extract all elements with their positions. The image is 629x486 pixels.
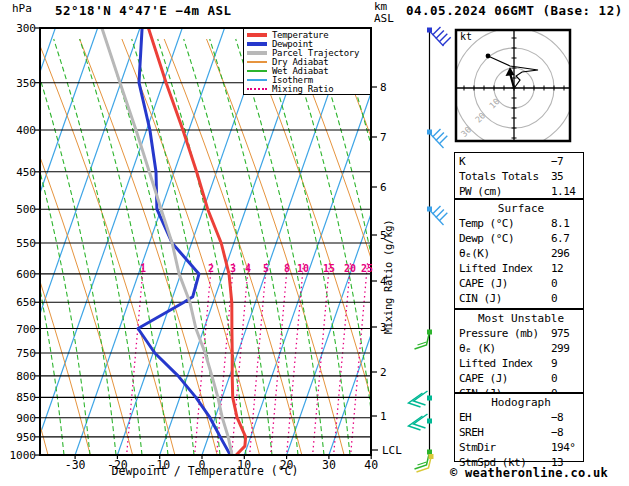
legend-label: Isotherm	[272, 76, 313, 84]
copyright-footer: © weatheronline.co.uk	[450, 466, 608, 480]
most-unstable-panel: Most UnstablePressure (mb)975θₑ (K)299Li…	[454, 309, 584, 393]
barb-feather	[436, 30, 444, 38]
legend-swatch-mixing-ratio	[247, 88, 267, 90]
panel-row: SREH−8	[459, 425, 583, 440]
panel-row: Lifted Index9	[459, 356, 583, 371]
wind-barb	[427, 27, 451, 46]
panel-row-label: Lifted Index	[459, 357, 532, 370]
panel-row-value: 12	[551, 261, 563, 276]
mixing-ratio-label: 1	[140, 263, 146, 274]
panel-row-label: Temp (°C)	[459, 217, 514, 230]
panel-row-value: −8	[551, 425, 563, 440]
lcl-label: LCL	[382, 444, 402, 457]
barb-feather	[433, 27, 441, 35]
mixing-ratio-label: 5	[263, 263, 269, 274]
km-tick-label: 7	[380, 131, 387, 144]
hodograph-trace-endpoint	[486, 54, 491, 59]
wind-barb	[415, 450, 434, 473]
temp-tick-label: -30	[65, 458, 86, 472]
barb-feather	[433, 129, 441, 137]
legend-label: Dewpoint	[272, 40, 313, 48]
panel-row: EH−8	[459, 410, 583, 425]
x-axis-title: Dewpoint / Temperature (°C)	[112, 464, 299, 478]
pressure-tick-label: 850	[0, 391, 36, 404]
pressure-tick-label: 750	[0, 347, 36, 360]
barb-hook	[415, 332, 430, 349]
panel-row-value: 0	[551, 276, 557, 291]
legend-label: Parcel Trajectory	[272, 49, 359, 57]
datetime-title: 04.05.2024 06GMT (Base: 12)	[406, 3, 623, 18]
panel-row-value: −7	[551, 154, 563, 169]
legend-row: Isotherm	[247, 75, 370, 84]
pressure-tick-label: 950	[0, 430, 36, 443]
altitude-unit-label: km ASL	[374, 1, 394, 25]
barb-feather	[439, 34, 447, 42]
pressure-tick-label: 300	[0, 22, 36, 35]
panel-row-label: θₑ (K)	[459, 342, 496, 355]
wet-adiabat-line	[288, 39, 376, 455]
wind-barb	[409, 414, 433, 430]
mixing-ratio-line	[334, 262, 351, 452]
panel-row: θₑ (K)299	[459, 341, 583, 356]
panel-row-value: 194°	[551, 440, 576, 455]
panel-row-label: PW (cm)	[459, 185, 502, 198]
legend-swatch-temperature	[247, 33, 267, 37]
panel-title: Surface	[459, 201, 583, 216]
legend-label: Wet Adiabat	[272, 67, 328, 75]
panel-title: Most Unstable	[459, 311, 583, 326]
skewt-sounding-app: 102030 hPa 52°18'N 4°47'E −4m ASL 04.05.…	[0, 0, 629, 486]
barb-feather	[443, 37, 451, 45]
wind-barb-marker	[427, 419, 432, 424]
panel-row-value: 6.7	[551, 231, 569, 246]
wet-adiabat-line	[106, 39, 194, 455]
panel-row-value: 35	[551, 169, 563, 184]
wet-adiabat-line	[366, 39, 454, 455]
panel-row: Lifted Index12	[459, 261, 583, 276]
mixing-ratio-label: 2	[208, 263, 214, 274]
panel-row: CIN (J)0	[459, 291, 583, 306]
hodograph-ring-label: 10	[487, 96, 501, 110]
hodograph-ring-label: 20	[473, 110, 487, 124]
km-tick-label: 2	[380, 366, 387, 379]
isotherm-line	[75, 28, 224, 455]
mixing-ratio-label: 25	[361, 263, 373, 274]
mixing-ratio-label: 20	[344, 263, 356, 274]
legend-row: Mixing Ratio	[247, 84, 370, 93]
pressure-tick-label: 500	[0, 203, 36, 216]
wet-adiabat-line	[236, 39, 324, 455]
panel-row-label: Pressure (mb)	[459, 327, 539, 340]
legend-swatch-parcel-trajectory	[247, 51, 267, 55]
mixing-ratio-line	[287, 262, 304, 452]
panel-row-label: StmDir	[459, 441, 496, 454]
barb-feather	[418, 342, 427, 345]
temperature-curve	[148, 28, 245, 455]
barb-feather	[439, 136, 447, 144]
wet-adiabat-line	[184, 39, 272, 455]
panel-row-value: 0	[551, 371, 557, 386]
legend-box: TemperatureDewpointParcel TrajectoryDry …	[243, 28, 371, 95]
panel-row: CAPE (J)0	[459, 276, 583, 291]
panel-row-value: 0	[551, 291, 557, 306]
legend-swatch-dry-adiabat	[247, 61, 267, 63]
mixing-ratio-label: 8	[284, 263, 290, 274]
pressure-tick-label: 550	[0, 236, 36, 249]
panel-row-value: 975	[551, 326, 569, 341]
panel-row-label: Lifted Index	[459, 262, 532, 275]
panel-row-label: CAPE (J)	[459, 277, 508, 290]
panel-row-label: θₑ(K)	[459, 247, 490, 260]
mixing-ratio-line	[313, 262, 330, 452]
legend-label: Mixing Ratio	[272, 85, 333, 93]
pressure-tick-label: 450	[0, 165, 36, 178]
wind-barb	[409, 391, 433, 407]
pressure-tick-label: 1000	[0, 449, 36, 462]
temp-tick-label: 30	[322, 458, 336, 472]
stability-indices-panel: K−7Totals Totals35PW (cm)1.14	[454, 152, 584, 199]
mixing-ratio-line	[351, 262, 368, 452]
km-tick-label: 1	[380, 410, 387, 423]
panel-row-label: CAPE (J)	[459, 372, 508, 385]
panel-row-value: 299	[551, 341, 569, 356]
temp-tick-label: 40	[364, 458, 378, 472]
panel-row-label: SREH	[459, 426, 484, 439]
km-tick-label: 8	[380, 81, 387, 94]
dry-adiabat-line	[333, 39, 471, 455]
